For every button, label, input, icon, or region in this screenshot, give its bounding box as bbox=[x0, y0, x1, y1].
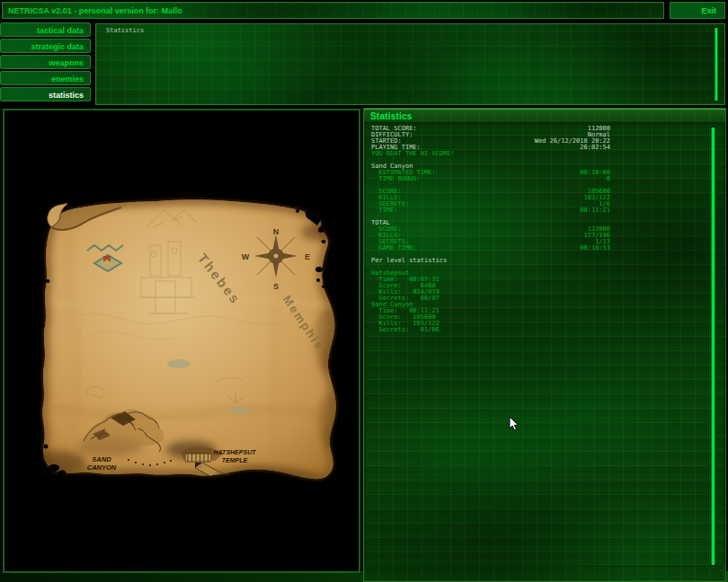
top-panel-tab-label: Statistics bbox=[106, 27, 144, 34]
title-bar: NETRICSA v2.01 - personal version for: M… bbox=[2, 2, 664, 19]
statistics-scrollbar[interactable] bbox=[710, 127, 716, 566]
svg-text:TEMPLE: TEMPLE bbox=[222, 457, 248, 463]
stats-row: TIME:00:11:21 bbox=[371, 207, 610, 214]
stats-row: SECRETS:1/6 bbox=[371, 201, 610, 207]
svg-text:CANYON: CANYON bbox=[87, 463, 117, 472]
map-image: N W E S Thebes Memphis bbox=[4, 110, 359, 571]
top-info-panel: Statistics bbox=[95, 23, 725, 105]
sidebar-item-statistics[interactable]: statistics bbox=[0, 87, 91, 101]
exit-button[interactable]: Exit bbox=[670, 2, 725, 19]
top-panel-scrollbar[interactable] bbox=[714, 27, 719, 101]
sidebar-item-enemies[interactable]: enemies bbox=[0, 71, 91, 85]
mouse-cursor bbox=[509, 416, 519, 432]
svg-text:W: W bbox=[242, 252, 250, 261]
statistics-header: Statistics bbox=[364, 109, 725, 123]
stats-row: SCORE:112000 bbox=[371, 226, 610, 233]
netricsa-screen: NETRICSA v2.01 - personal version for: M… bbox=[0, 0, 728, 582]
stats-row bbox=[371, 214, 610, 220]
sidebar-item-weapons[interactable]: weapons bbox=[0, 55, 91, 69]
statistics-header-title: Statistics bbox=[370, 111, 412, 121]
svg-text:N: N bbox=[273, 227, 280, 236]
stats-row: Per level statistics bbox=[371, 258, 610, 264]
stats-row: SCORE:105600 bbox=[371, 189, 610, 195]
sidebar-item-strategic-data[interactable]: strategic data bbox=[0, 39, 91, 53]
per-level-row: Secrets: 01/06 bbox=[371, 327, 610, 333]
stats-row: GAME TIME:00:18:53 bbox=[371, 245, 610, 251]
stats-row: YOU BEAT THE HI-SCORE! bbox=[371, 151, 610, 157]
svg-text:HATSHEPSUT: HATSHEPSUT bbox=[214, 449, 257, 455]
statistics-panel: Statistics TOTAL SCORE:112000DIFFICULTY:… bbox=[363, 108, 726, 582]
svg-text:E: E bbox=[305, 252, 310, 261]
stats-row: TOTAL bbox=[371, 220, 610, 226]
stats-row: TIME BONUS:0 bbox=[371, 176, 610, 182]
svg-text:S: S bbox=[273, 282, 279, 291]
sidebar-item-tactical-data[interactable]: tactical data bbox=[0, 22, 91, 37]
statistics-content: TOTAL SCORE:112000DIFFICULTY:NormalSTART… bbox=[371, 126, 610, 333]
app-title: NETRICSA v2.01 - personal version for: M… bbox=[8, 6, 182, 15]
svg-text:SAND: SAND bbox=[92, 455, 111, 463]
stats-row bbox=[371, 182, 610, 189]
map-panel: N W E S Thebes Memphis bbox=[3, 109, 360, 573]
